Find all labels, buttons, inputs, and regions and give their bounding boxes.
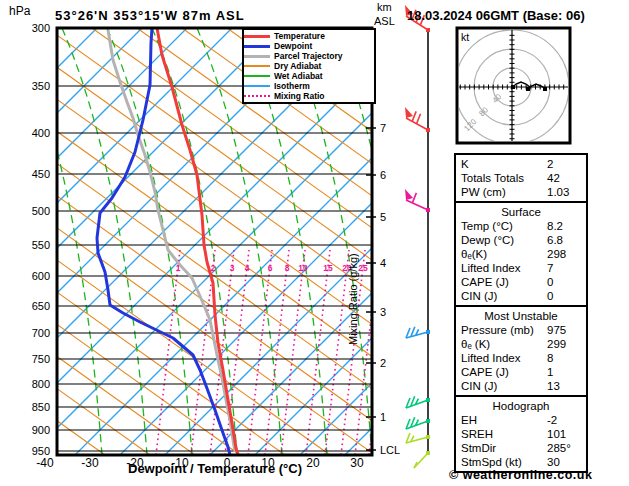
stat-label: K [461,157,547,171]
legend-item: Parcel Trajectory [244,52,374,61]
stats-panel: K2Totals Totals42PW (cm)1.03SurfaceTemp … [454,153,588,473]
legend-swatch [244,75,270,77]
legend-swatch [244,45,270,48]
altitude-tick-label: 1 [380,411,386,423]
dry-adiabat-line [0,28,105,455]
legend-swatch [244,85,270,87]
x-axis-title: Dewpoint / Temperature (°C) [85,461,345,476]
dry-adiabat-line [0,28,60,455]
mixing-ratio-value: 4 [245,263,250,273]
stat-row: SREH101 [456,427,586,441]
altitude-unit-asl: ASL [374,15,395,27]
stat-label: Lifted Index [461,261,547,275]
stat-label: Pressure (mb) [461,323,547,337]
stat-label: StmSpd (kt) [461,455,547,469]
stat-box-title: Most Unstable [456,309,586,323]
altitude-unit-km: km [377,1,392,13]
stat-value: 8.2 [547,219,586,233]
stat-label: Dewp (°C) [461,233,547,247]
stat-label: CIN (J) [461,379,547,393]
pressure-tick-label: 300 [32,22,50,34]
wind-barb [405,189,430,212]
mixing-ratio-value: 8 [285,263,290,273]
mixing-ratio-value: 1 [176,263,181,273]
parcel-trajectory-curve [108,30,235,452]
stat-label: CAPE (J) [461,365,547,379]
legend-label: Isotherm [274,81,310,91]
mixing-ratio-value: 2 [211,263,216,273]
pressure-tick-label: 900 [32,424,50,436]
stat-value: 1 [547,365,586,379]
stat-box-title: Hodograph [456,399,586,413]
stat-row: EH-2 [456,413,586,427]
altitude-tick-label: LCL [380,444,400,456]
dry-adiabat-line [0,28,465,455]
stat-value: 0 [547,289,586,303]
stat-box: SurfaceTemp (°C)8.2Dewp (°C)6.8θₑ(K)298L… [454,201,588,307]
altitude-tick-label: 6 [380,169,386,181]
pressure-tick-label: 750 [32,353,50,365]
stat-row: K2 [456,157,586,171]
stat-row: StmSpd (kt)30 [456,455,586,469]
wind-barb [414,451,430,468]
legend-swatch [244,95,270,97]
altitude-tick-label: 7 [380,122,386,134]
stat-box-title: Surface [456,205,586,219]
pressure-tick-label: 800 [32,378,50,390]
stat-row: CAPE (J)0 [456,275,586,289]
temperature-tick-label: -40 [36,456,54,470]
stat-row: Lifted Index8 [456,351,586,365]
legend-label: Mixing Ratio [274,91,325,101]
wind-barb [405,107,430,132]
hodograph-unit-label: kt [461,31,469,43]
stat-value: 0 [547,275,586,289]
stat-row: Totals Totals42 [456,171,586,185]
legend-label: Dry Adiabat [274,61,321,71]
stat-label: StmDir [461,441,547,455]
hodograph-plot: 4080120 [455,28,570,144]
stat-box: K2Totals Totals42PW (cm)1.03 [454,153,588,203]
stat-label: Lifted Index [461,351,547,365]
stat-row: CIN (J)13 [456,379,586,393]
wind-barb [406,327,430,338]
stat-label: Temp (°C) [461,219,547,233]
datetime-label: 18.03.2024 06GMT (Base: 06) [407,8,585,23]
pressure-tick-label: 550 [32,239,50,251]
mixing-ratio-line [225,250,249,455]
legend-item: Temperature [244,32,374,41]
legend-label: Parcel Trajectory [274,51,343,61]
dewpoint-curve [97,28,230,455]
stat-value: 42 [547,171,586,185]
pressure-tick-label: 400 [32,127,50,139]
stat-value: 285° [547,441,586,455]
pressure-tick-label: 500 [32,205,50,217]
wind-barb [406,417,430,429]
legend-label: Temperature [274,31,325,41]
station-title: 53°26'N 353°15'W 87m ASL [55,8,245,23]
stat-row: Pressure (mb)975 [456,323,586,337]
hodograph-marker [511,85,515,89]
stat-label: θₑ(K) [461,247,547,261]
hodograph-inner: 4080120 [455,30,569,144]
copyright: © weatheronline.co.uk [449,468,592,482]
mixing-ratio-value-labels: 12346810152025 [176,263,368,273]
right-axis-title: Mixing Ratio (g/kg) [347,215,359,345]
legend-item: Mixing Ratio [244,92,374,101]
mixing-ratio-value: 10 [298,263,308,273]
stat-value: 13 [547,379,586,393]
pressure-tick-label: 450 [32,168,50,180]
altitude-tick-label: 4 [380,257,386,269]
stat-label: Totals Totals [461,171,547,185]
mixing-ratio-value: 6 [268,263,273,273]
wind-barb [406,433,430,443]
legend-item: Dewpoint [244,42,374,51]
chart-legend: TemperatureDewpointParcel TrajectoryDry … [242,28,376,104]
stat-label: PW (cm) [461,185,547,199]
stat-box: HodographEH-2SREH101StmDir285°StmSpd (kt… [454,395,588,473]
pressure-tick-label: 850 [32,401,50,413]
stat-value: 299 [547,337,586,351]
stat-value: 298 [547,247,586,261]
mixing-ratio-value: 3 [230,263,235,273]
legend-item: Isotherm [244,82,374,91]
pressure-tick-label: 700 [32,327,50,339]
